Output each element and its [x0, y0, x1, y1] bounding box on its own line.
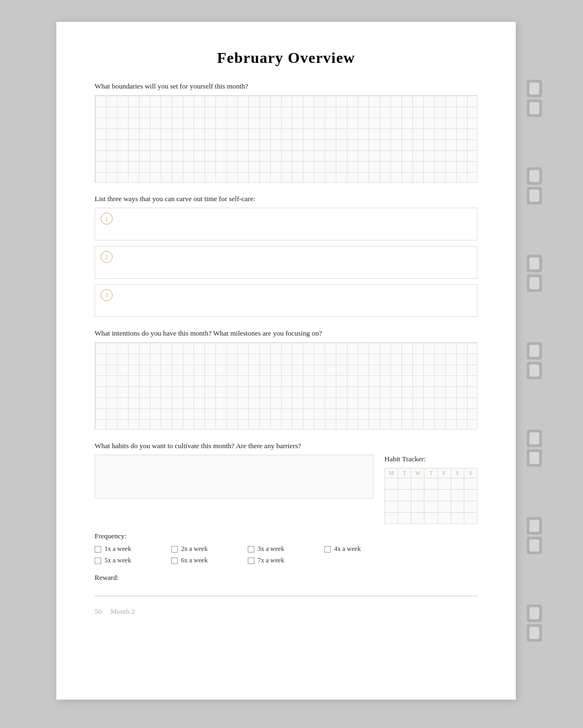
footer-page-number: 50: [95, 607, 102, 616]
tracker-cell[interactable]: [464, 513, 477, 524]
tracker-cell[interactable]: [451, 490, 464, 501]
self-care-item-3[interactable]: 3: [95, 284, 477, 317]
ring: [527, 255, 542, 272]
frequency-label-7x: 7x a week: [258, 556, 284, 565]
frequency-label-6x: 6x a week: [181, 556, 208, 565]
checkbox-6x[interactable]: [171, 557, 178, 564]
ring: [527, 517, 542, 535]
tracker-row-3: [385, 501, 477, 513]
checkbox-5x[interactable]: [95, 557, 101, 564]
habits-input-area[interactable]: [95, 455, 374, 498]
tracker-day-t1: T: [398, 468, 411, 478]
tracker-day-s1: S: [451, 468, 464, 478]
tracker-cell[interactable]: [398, 478, 411, 489]
ring: [527, 187, 542, 204]
tracker-header: M T W T F S S: [385, 468, 477, 478]
tracker-cell[interactable]: [385, 501, 398, 512]
frequency-label-1x: 1x a week: [104, 545, 131, 553]
intentions-grid-area[interactable]: [95, 342, 477, 430]
boundaries-label: What boundaries will you set for yoursel…: [95, 82, 477, 91]
ring-pair-5: [527, 430, 542, 467]
page-wrapper: February Overview What boundaries will y…: [56, 22, 527, 700]
tracker-cell[interactable]: [411, 490, 424, 501]
tracker-cell[interactable]: [464, 478, 477, 489]
tracker-cell[interactable]: [385, 490, 398, 501]
tracker-cell[interactable]: [451, 513, 464, 524]
item-number-1: 1: [101, 213, 113, 225]
frequency-row-2: 5x a week 6x a week 7x a week: [95, 556, 477, 565]
frequency-item-3x: 3x a week: [248, 545, 324, 553]
frequency-label-5x: 5x a week: [104, 556, 131, 565]
ring-pair-4: [527, 342, 542, 379]
tracker-cell[interactable]: [438, 490, 451, 501]
ring: [527, 430, 542, 447]
reward-line[interactable]: [95, 585, 477, 596]
checkbox-7x[interactable]: [248, 557, 254, 564]
tracker-day-m: M: [385, 468, 398, 478]
tracker-cell[interactable]: [411, 513, 424, 524]
binder-rings: [527, 22, 542, 700]
tracker-cell[interactable]: [411, 501, 424, 512]
tracker-cell[interactable]: [464, 490, 477, 501]
tracker-cell[interactable]: [411, 478, 424, 489]
self-care-items: 1 2 3: [95, 208, 477, 317]
tracker-cell[interactable]: [438, 478, 451, 489]
ring-pair-7: [527, 604, 542, 642]
frequency-item-4x: 4x a week: [324, 545, 401, 553]
tracker-day-s2: S: [464, 468, 477, 478]
ring: [527, 99, 542, 117]
ring: [527, 362, 542, 379]
checkbox-4x[interactable]: [324, 546, 331, 553]
ring: [527, 80, 542, 97]
item-number-2: 2: [101, 251, 113, 263]
tracker-day-f: F: [438, 468, 451, 478]
tracker-cell[interactable]: [464, 501, 477, 512]
ring-pair-1: [527, 80, 542, 117]
habit-tracker-grid: M T W T F S S: [384, 468, 477, 524]
footer-month-label: Month 2: [110, 607, 135, 616]
habits-row: Habit Tracker: M T W T F S S: [95, 455, 477, 524]
ring-pair-6: [527, 517, 542, 554]
tracker-cell[interactable]: [398, 501, 411, 512]
intentions-label: What intentions do you have this month? …: [95, 329, 477, 338]
habit-tracker-label: Habit Tracker:: [384, 455, 477, 463]
frequency-label-2x: 2x a week: [181, 545, 208, 553]
ring: [527, 537, 542, 554]
frequency-item-5x: 5x a week: [95, 556, 171, 565]
boundaries-grid-area[interactable]: [95, 95, 477, 183]
boundaries-grid: [95, 96, 477, 182]
tracker-cell[interactable]: [385, 513, 398, 524]
self-care-item-2[interactable]: 2: [95, 246, 477, 279]
reward-label: Reward:: [95, 573, 477, 582]
ring-pair-2: [527, 167, 542, 204]
tracker-cell[interactable]: [424, 478, 438, 489]
tracker-cell[interactable]: [424, 501, 438, 512]
ring: [527, 167, 542, 185]
self-care-label: List three ways that you can carve out t…: [95, 195, 477, 203]
habits-question-label: What habits do you want to cultivate thi…: [95, 442, 477, 450]
tracker-cell[interactable]: [451, 501, 464, 512]
checkbox-3x[interactable]: [248, 546, 254, 553]
ring: [527, 604, 542, 622]
checkbox-2x[interactable]: [171, 546, 178, 553]
page-footer: 50 Month 2: [95, 607, 477, 616]
frequency-label: Frequency:: [95, 532, 477, 541]
tracker-cell[interactable]: [438, 513, 451, 524]
tracker-day-t2: T: [424, 468, 438, 478]
ring: [527, 274, 542, 292]
checkbox-1x[interactable]: [95, 546, 101, 553]
tracker-cell[interactable]: [424, 490, 438, 501]
self-care-item-1[interactable]: 1: [95, 208, 477, 240]
frequency-label-4x: 4x a week: [334, 545, 361, 553]
tracker-cell[interactable]: [398, 513, 411, 524]
tracker-cell[interactable]: [385, 478, 398, 489]
habits-right: Habit Tracker: M T W T F S S: [384, 455, 477, 524]
frequency-item-6x: 6x a week: [171, 556, 248, 565]
tracker-cell[interactable]: [438, 501, 451, 512]
tracker-cell[interactable]: [424, 513, 438, 524]
tracker-cell[interactable]: [398, 490, 411, 501]
intentions-grid: [95, 343, 477, 429]
tracker-cell[interactable]: [451, 478, 464, 489]
ring-pair-3: [527, 255, 542, 292]
tracker-row-1: [385, 478, 477, 490]
